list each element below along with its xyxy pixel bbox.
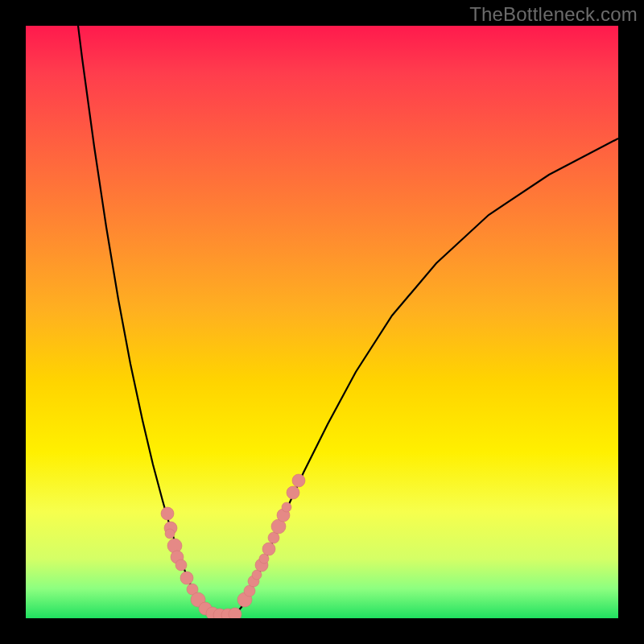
data-point-marker bbox=[175, 559, 187, 571]
chart-svg bbox=[26, 26, 618, 618]
outer-frame: TheBottleneck.com bbox=[0, 0, 644, 644]
data-point-marker bbox=[262, 543, 275, 555]
data-point-marker bbox=[161, 507, 174, 520]
data-point-marker bbox=[292, 474, 305, 487]
watermark-text: TheBottleneck.com bbox=[469, 3, 638, 26]
data-point-marker bbox=[287, 486, 299, 499]
data-point-marker bbox=[165, 529, 175, 539]
data-point-marker bbox=[282, 502, 291, 512]
data-point-marker bbox=[180, 572, 193, 584]
data-point-marker bbox=[229, 608, 242, 618]
bottleneck-curve bbox=[74, 26, 618, 615]
marker-group bbox=[161, 474, 305, 618]
plot-area bbox=[26, 26, 618, 618]
